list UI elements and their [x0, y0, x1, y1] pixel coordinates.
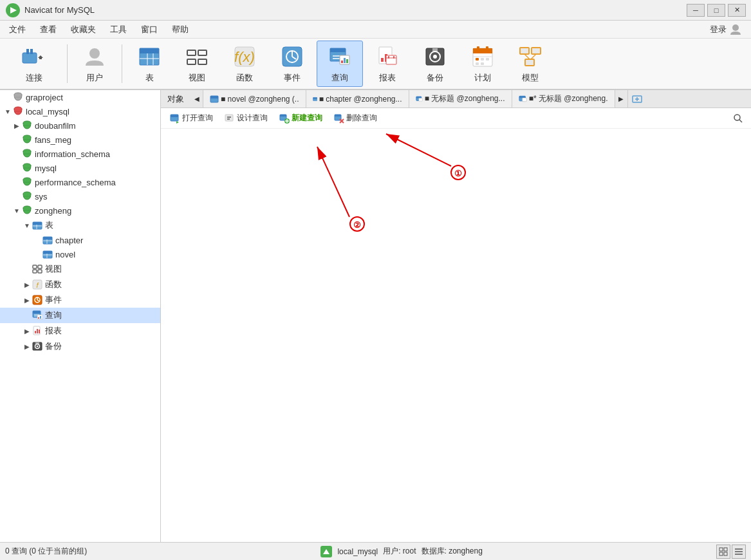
toolbar-connect[interactable]: 连接 [5, 41, 63, 87]
delete-query-icon [334, 113, 344, 124]
minimize-button[interactable]: ─ [687, 4, 705, 17]
sidebar-item-queries[interactable]: 查询 [0, 308, 160, 323]
sidebar-item-novel[interactable]: novel [0, 247, 160, 261]
svg-rect-56 [525, 59, 534, 66]
report-group-icon [32, 326, 42, 336]
tab-add-button[interactable] [628, 90, 646, 108]
tab-next-button[interactable]: ▶ [615, 90, 628, 108]
no-arrow-icon [13, 164, 21, 172]
menu-file[interactable]: 文件 [3, 22, 32, 37]
sidebar-item-graproject[interactable]: graproject [0, 90, 160, 104]
svg-rect-89 [33, 265, 37, 268]
svg-rect-47 [486, 46, 488, 51]
expanded-arrow-icon: ▼ [13, 207, 21, 214]
tab-untitled1[interactable]: ■ 无标题 @zongheng... [409, 90, 512, 108]
query-count: 0 查询 (0 位于当前的组) [5, 546, 87, 557]
sidebar-item-label: doubanfilm [35, 121, 76, 131]
menu-items: 文件 查看 收藏夹 工具 窗口 帮助 [3, 22, 195, 37]
db-green-icon [22, 163, 32, 173]
grid-view-button[interactable] [716, 545, 730, 559]
sidebar-item-functions[interactable]: ▶ f 函数 [0, 277, 160, 292]
svg-line-146 [386, 134, 451, 166]
sidebar-item-chapter[interactable]: chapter [0, 233, 160, 247]
sidebar-item-information_schema[interactable]: information_schema [0, 147, 160, 161]
tab-chapter[interactable]: ■ chapter @zongheng... [306, 90, 409, 108]
toolbar-model[interactable]: 模型 [507, 41, 553, 87]
list-view-button[interactable] [732, 545, 746, 559]
sidebar-item-label: mysql [35, 163, 57, 173]
sidebar-item-views[interactable]: 视图 [0, 261, 160, 277]
menu-view[interactable]: 查看 [33, 22, 63, 37]
model-icon [517, 44, 543, 70]
toolbar-backup[interactable]: 备份 [412, 41, 458, 87]
sidebar-item-label: 查询 [45, 310, 62, 321]
title-bar-controls: ─ □ ✕ [687, 4, 746, 17]
sidebar-item-label: zongheng [35, 206, 71, 216]
query-icon [327, 44, 353, 70]
event-icon [279, 44, 305, 70]
toolbar-schedule[interactable]: 计划 [459, 41, 506, 87]
toolbar-event[interactable]: 事件 [269, 41, 315, 87]
tab-prev-button[interactable]: ◀ [190, 90, 203, 108]
db-red-icon [13, 106, 23, 117]
expanded-arrow-icon: ▼ [23, 221, 31, 229]
svg-text:②: ② [353, 220, 361, 230]
svg-rect-25 [330, 48, 346, 52]
sidebar-item-doubanfilm[interactable]: ▶ doubanfilm [0, 118, 160, 133]
sidebar-item-mysql[interactable]: mysql [0, 161, 160, 175]
query-tab-icon [416, 95, 423, 104]
sidebar-item-reports[interactable]: ▶ 报表 [0, 323, 160, 339]
delete-query-button[interactable]: 删除查询 [330, 111, 381, 125]
svg-rect-31 [346, 59, 348, 63]
login-button[interactable]: 登录 [703, 21, 748, 38]
toolbar-function[interactable]: f(x) 函数 [221, 41, 268, 87]
query-tab-icon [519, 95, 527, 104]
menu-tools[interactable]: 工具 [104, 22, 133, 37]
query-group-icon [32, 310, 42, 321]
connection-status-icon [320, 546, 332, 557]
toolbar-view[interactable]: 视图 [174, 41, 220, 87]
sidebar-item-tables-group[interactable]: ▼ 表 [0, 218, 160, 233]
svg-rect-14 [187, 50, 196, 55]
svg-rect-4 [26, 49, 29, 54]
close-button[interactable]: ✕ [728, 4, 746, 17]
open-query-button[interactable]: 打开查询 [166, 111, 217, 125]
main-area: graproject ▼ local_mysql ▶ doubanfilm fa… [0, 90, 751, 542]
design-query-icon [225, 113, 235, 124]
design-query-button[interactable]: 设计查询 [221, 111, 272, 125]
new-query-button[interactable]: 新建查询 [275, 111, 326, 125]
toolbar-report[interactable]: 报表 [364, 41, 411, 87]
svg-rect-50 [481, 58, 484, 61]
menu-window[interactable]: 窗口 [134, 22, 164, 37]
sidebar-item-label: 函数 [45, 279, 62, 290]
toolbar-user[interactable]: 用户 [71, 41, 118, 87]
svg-text:f(x): f(x) [234, 49, 255, 65]
svg-rect-39 [393, 56, 394, 59]
table-tab-icon [313, 95, 317, 104]
svg-rect-122 [519, 96, 524, 98]
view-label: 视图 [189, 72, 205, 84]
tab-objects[interactable]: 对象 [161, 91, 190, 107]
toolbar-sep1 [67, 44, 68, 83]
tab-novel[interactable]: ■ novel @zongheng (.. [203, 90, 306, 108]
menu-help[interactable]: 帮助 [165, 22, 195, 37]
toolbar-query[interactable]: 查询 [317, 41, 363, 87]
search-button[interactable] [730, 111, 746, 126]
connect-icon [21, 44, 47, 70]
content-area: 对象 ◀ ■ novel @zongheng (.. ■ chapter @zo… [161, 90, 751, 542]
sidebar-item-zongheng[interactable]: ▼ zongheng [0, 203, 160, 218]
svg-rect-128 [171, 115, 178, 117]
sidebar-item-backups[interactable]: ▶ 备份 [0, 339, 160, 354]
svg-line-143 [739, 120, 742, 122]
tab-untitled2[interactable]: ■* 无标题 @zongheng. [512, 90, 615, 108]
svg-rect-54 [520, 48, 529, 54]
sidebar-item-fans_meg[interactable]: fans_meg [0, 133, 160, 147]
sidebar-item-sys[interactable]: sys [0, 189, 160, 203]
menu-favorites[interactable]: 收藏夹 [64, 22, 102, 37]
maximize-button[interactable]: □ [707, 4, 725, 17]
sidebar-item-performance_schema[interactable]: performance_schema [0, 175, 160, 189]
toolbar-table[interactable]: 表 [126, 41, 172, 87]
sidebar-item-events[interactable]: ▶ 事件 [0, 292, 160, 308]
svg-line-149 [317, 147, 349, 217]
sidebar-item-local_mysql[interactable]: ▼ local_mysql [0, 104, 160, 118]
